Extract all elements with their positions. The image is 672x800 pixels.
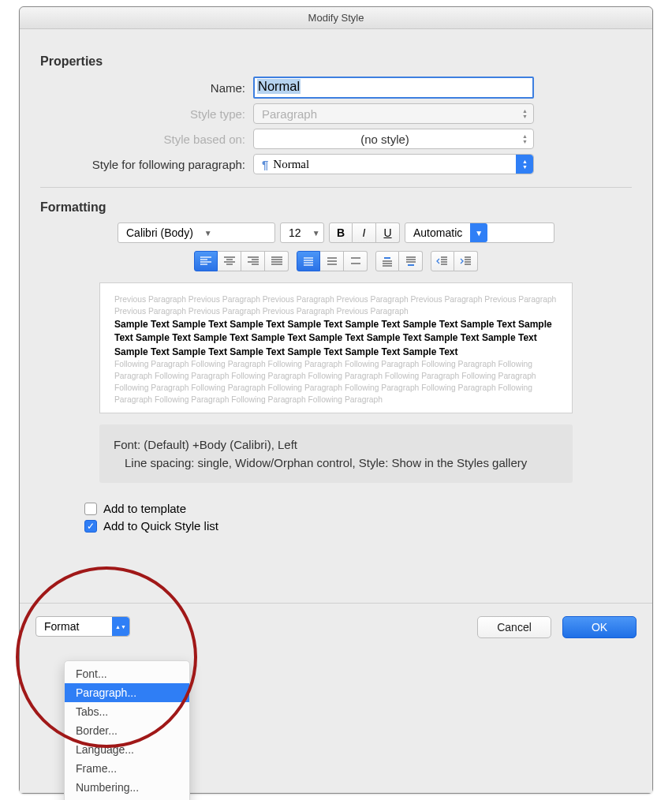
format-label: Format: [44, 620, 79, 633]
color-chevron-icon: ▼: [470, 223, 487, 242]
name-label: Name:: [40, 81, 253, 95]
style-type-select: Paragraph ▲▼: [253, 103, 534, 124]
add-to-template-checkbox[interactable]: Add to template: [84, 502, 632, 515]
desc-line1: Font: (Default) +Body (Calibri), Left: [114, 436, 558, 454]
ok-button[interactable]: OK: [562, 616, 637, 638]
line-spacing-group: [297, 251, 368, 271]
style-type-value: Paragraph: [254, 107, 516, 121]
spacing-onehalf-button[interactable]: [320, 251, 344, 271]
add-to-quick-style-checkbox[interactable]: ✓ Add to Quick Style list: [84, 519, 632, 533]
format-menu-item[interactable]: Numbering...: [65, 778, 189, 797]
pilcrow-icon: ¶: [262, 158, 268, 171]
align-left-button[interactable]: [194, 251, 218, 271]
bold-button[interactable]: B: [329, 222, 353, 243]
underline-button[interactable]: U: [376, 222, 400, 243]
style-following-value: Normal: [273, 158, 309, 171]
ok-label: OK: [592, 621, 607, 634]
style-name-value: Normal: [257, 79, 301, 94]
add-to-template-label: Add to template: [103, 502, 186, 515]
format-menu-item[interactable]: Language...: [65, 740, 189, 759]
format-menu-item[interactable]: Font...: [65, 664, 189, 683]
format-menu: Font...Paragraph...Tabs...Border...Langu…: [64, 660, 190, 800]
align-justify-button[interactable]: [265, 251, 289, 271]
chevron-down-icon: ▼: [201, 229, 215, 237]
preview-following: Following Paragraph Following Paragraph …: [114, 359, 558, 406]
align-right-button[interactable]: [241, 251, 265, 271]
style-based-select[interactable]: (no style) ▲▼: [253, 129, 534, 149]
font-color-select[interactable]: Automatic ▼: [405, 222, 554, 243]
preview-sample: Sample Text Sample Text Sample Text Samp…: [114, 318, 558, 359]
format-menu-item[interactable]: Tabs...: [65, 702, 189, 721]
preview-box: Previous Paragraph Previous Paragraph Pr…: [99, 282, 573, 413]
divider: [40, 187, 632, 188]
dialog-footer: Format ▲▼ Font...Paragraph...Tabs...Bord…: [20, 603, 652, 651]
properties-heading: Properties: [40, 54, 632, 69]
updown-icon: ▲▼: [516, 129, 533, 148]
updown-icon: ▲▼: [516, 155, 533, 174]
style-following-label: Style for following paragraph:: [40, 158, 253, 171]
increase-indent-button[interactable]: [454, 251, 478, 271]
spacing-single-button[interactable]: [297, 251, 320, 271]
modify-style-dialog: Modify Style Properties Name: Normal Sty…: [19, 6, 653, 794]
space-before-button[interactable]: [375, 251, 399, 271]
cancel-label: Cancel: [497, 621, 532, 634]
format-menu-item[interactable]: Border...: [65, 721, 189, 740]
checkbox-icon: [84, 503, 97, 515]
indent-group: [431, 251, 478, 271]
style-name-input[interactable]: Normal: [253, 77, 534, 99]
font-family-value: Calibri (Body): [118, 226, 201, 239]
format-dropdown[interactable]: Format ▲▼: [35, 616, 130, 637]
underline-label: U: [383, 226, 391, 239]
decrease-indent-button[interactable]: [431, 251, 454, 271]
format-menu-item[interactable]: Frame...: [65, 759, 189, 778]
desc-line2: Line spacing: single, Widow/Orphan contr…: [114, 454, 558, 472]
updown-icon: ▲▼: [516, 104, 533, 123]
style-type-label: Style type:: [40, 107, 253, 121]
font-style-group: B I U: [329, 222, 400, 243]
font-size-select[interactable]: 12 ▼: [280, 222, 324, 243]
para-spacing-group: [375, 251, 423, 271]
checkbox-checked-icon: ✓: [84, 520, 97, 533]
window-title: Modify Style: [20, 7, 652, 29]
alignment-group: [194, 251, 289, 271]
chevron-down-icon: ▲▼: [112, 617, 129, 636]
style-based-value: (no style): [254, 133, 516, 146]
style-based-label: Style based on:: [40, 133, 253, 146]
space-after-button[interactable]: [399, 251, 423, 271]
font-color-value: Automatic: [405, 226, 470, 239]
format-menu-item[interactable]: Paragraph...: [65, 683, 189, 702]
spacing-double-button[interactable]: [344, 251, 368, 271]
italic-button[interactable]: I: [353, 222, 376, 243]
style-following-select[interactable]: ¶ Normal ▲▼: [253, 154, 534, 174]
cancel-button[interactable]: Cancel: [477, 616, 551, 638]
formatting-heading: Formatting: [40, 200, 632, 215]
preview-previous: Previous Paragraph Previous Paragraph Pr…: [114, 294, 558, 318]
bold-label: B: [337, 226, 345, 239]
add-to-quick-style-label: Add to Quick Style list: [103, 519, 218, 533]
style-description: Font: (Default) +Body (Calibri), Left Li…: [99, 424, 573, 484]
format-menu-item[interactable]: Shortcut key...: [65, 797, 189, 800]
align-center-button[interactable]: [218, 251, 241, 271]
font-family-select[interactable]: Calibri (Body) ▼: [118, 222, 275, 243]
italic-label: I: [363, 226, 366, 239]
font-size-value: 12: [281, 226, 309, 239]
chevron-down-icon: ▼: [309, 229, 323, 237]
